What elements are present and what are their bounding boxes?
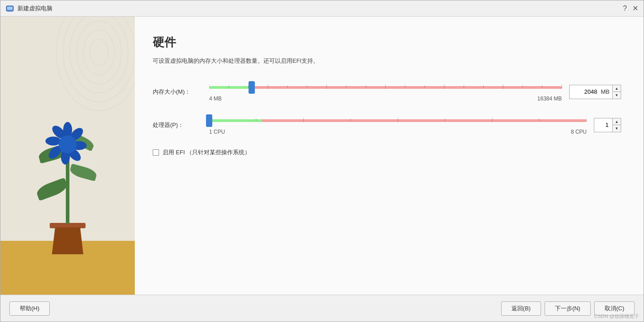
memory-slider-bg bbox=[209, 86, 562, 89]
memory-slider-container: 4 MB 16384 MB bbox=[209, 82, 562, 102]
memory-spinbox[interactable]: 2048 MB ▲ ▼ bbox=[569, 85, 622, 99]
title-bar-text: 新建虚拟电脑 bbox=[17, 4, 619, 13]
memory-row: 内存大小(M)： bbox=[153, 82, 621, 102]
title-bar: 新建虚拟电脑 ? ✕ bbox=[0, 0, 644, 17]
processor-slider-bg bbox=[209, 119, 587, 122]
watermark: CSDN @烦躁喵瓜子 bbox=[594, 313, 639, 320]
leaf-2 bbox=[69, 164, 98, 182]
processor-spinbox-buttons: ▲ ▼ bbox=[612, 118, 621, 132]
memory-slider-red bbox=[252, 86, 562, 89]
efi-row: 启用 EFI （只针对某些操作系统） bbox=[153, 148, 621, 157]
content-area: 硬件 可设置虚拟电脑的内存大小和处理器数量。还可以启用EFI支持。 内存大小(M… bbox=[135, 17, 644, 295]
memory-spinbox-value: 2048 bbox=[570, 88, 601, 95]
processor-spinbox[interactable]: 1 ▲ ▼ bbox=[594, 118, 621, 132]
title-bar-controls: ? ✕ bbox=[623, 4, 638, 13]
memory-slider-green bbox=[209, 86, 252, 89]
efi-label: 启用 EFI （只针对某些操作系统） bbox=[163, 148, 250, 157]
close-icon[interactable]: ✕ bbox=[632, 4, 638, 13]
processor-slider-thumb[interactable] bbox=[206, 114, 212, 127]
next-button[interactable]: 下一步(N) bbox=[545, 301, 591, 316]
pot bbox=[52, 227, 83, 254]
help-icon[interactable]: ? bbox=[623, 4, 627, 13]
settings-area: 内存大小(M)： bbox=[153, 82, 621, 286]
processor-slider-container: 1 CPU 8 CPU bbox=[209, 115, 587, 135]
back-button[interactable]: 返回(B) bbox=[501, 301, 541, 316]
footer-left: 帮助(H) bbox=[9, 301, 501, 316]
memory-spinbox-unit: MB bbox=[601, 88, 613, 95]
processor-slider-labels: 1 CPU 8 CPU bbox=[209, 129, 587, 135]
memory-max-label: 16384 MB bbox=[537, 96, 562, 102]
memory-slider-labels: 4 MB 16384 MB bbox=[209, 96, 562, 102]
memory-slider-track[interactable] bbox=[209, 82, 562, 93]
efi-checkbox[interactable] bbox=[153, 149, 159, 156]
processor-min-label: 1 CPU bbox=[209, 129, 225, 135]
description: 可设置虚拟电脑的内存大小和处理器数量。还可以启用EFI支持。 bbox=[153, 57, 621, 66]
main-content: 硬件 可设置虚拟电脑的内存大小和处理器数量。还可以启用EFI支持。 内存大小(M… bbox=[0, 17, 644, 295]
footer: 帮助(H) 返回(B) 下一步(N) 取消(C) bbox=[0, 295, 644, 322]
memory-slider-thumb[interactable] bbox=[249, 81, 255, 94]
flower-center bbox=[59, 135, 77, 153]
memory-increment-button[interactable]: ▲ bbox=[613, 85, 621, 92]
processor-row: 处理器(P)： bbox=[153, 115, 621, 135]
processor-max-label: 8 CPU bbox=[571, 129, 587, 135]
main-window: 新建虚拟电脑 ? ✕ bbox=[0, 0, 644, 322]
memory-decrement-button[interactable]: ▼ bbox=[613, 92, 621, 99]
processor-increment-button[interactable]: ▲ bbox=[613, 118, 621, 126]
svg-rect-2 bbox=[9, 11, 11, 12]
app-icon bbox=[6, 4, 14, 13]
processor-spinbox-value: 1 bbox=[594, 122, 612, 128]
page-title: 硬件 bbox=[153, 35, 621, 50]
leaf-1 bbox=[35, 178, 69, 201]
memory-spinbox-buttons: ▲ ▼ bbox=[612, 85, 621, 99]
processor-slider-green bbox=[209, 119, 262, 122]
sidebar bbox=[0, 17, 135, 295]
memory-min-label: 4 MB bbox=[209, 96, 222, 102]
help-button[interactable]: 帮助(H) bbox=[9, 301, 50, 316]
processor-slider-red bbox=[262, 119, 587, 122]
processor-decrement-button[interactable]: ▼ bbox=[613, 125, 621, 132]
flower bbox=[59, 135, 77, 153]
processor-slider-track[interactable] bbox=[209, 115, 587, 126]
plant-scene bbox=[0, 17, 135, 295]
memory-label: 内存大小(M)： bbox=[153, 88, 202, 96]
svg-rect-1 bbox=[7, 7, 13, 10]
processor-label: 处理器(P)： bbox=[153, 121, 202, 129]
